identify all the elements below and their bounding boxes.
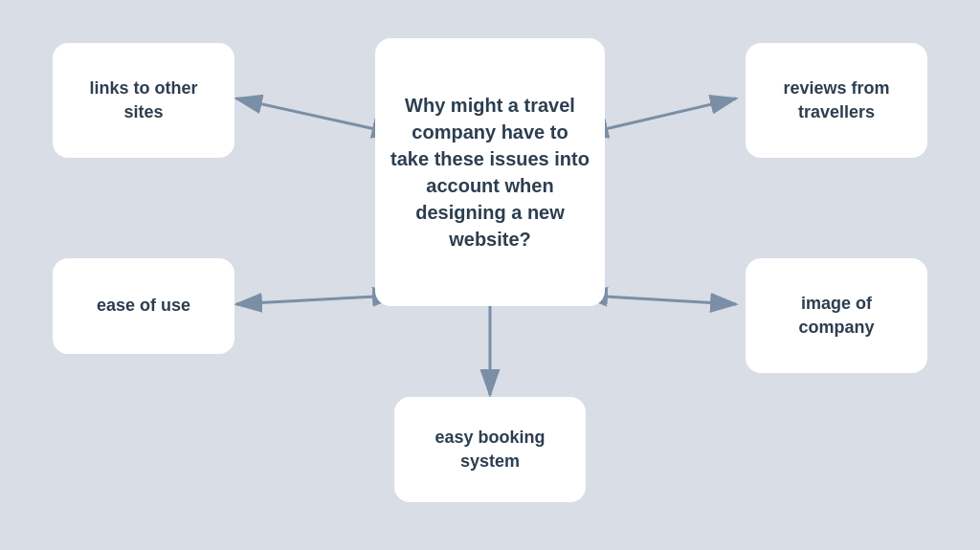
svg-line-4 xyxy=(236,297,375,304)
node-mid-right: image of company xyxy=(746,258,927,373)
node-top-left-text: links to other sites xyxy=(68,77,219,124)
node-top-left: links to other sites xyxy=(53,43,234,158)
center-node-text: Why might a travel company have to take … xyxy=(390,92,590,253)
diagram-container: Why might a travel company have to take … xyxy=(0,0,980,550)
node-bottom: easy booking system xyxy=(394,397,586,502)
svg-line-5 xyxy=(605,297,736,304)
node-top-right: reviews from travellers xyxy=(746,43,927,158)
center-node: Why might a travel company have to take … xyxy=(375,38,605,306)
svg-line-3 xyxy=(605,99,736,129)
node-mid-left-text: ease of use xyxy=(97,294,190,318)
svg-line-2 xyxy=(236,99,375,129)
node-mid-left: ease of use xyxy=(53,258,234,354)
node-mid-right-text: image of company xyxy=(761,292,912,340)
node-bottom-text: easy booking system xyxy=(410,426,570,473)
node-top-right-text: reviews from travellers xyxy=(761,77,912,124)
